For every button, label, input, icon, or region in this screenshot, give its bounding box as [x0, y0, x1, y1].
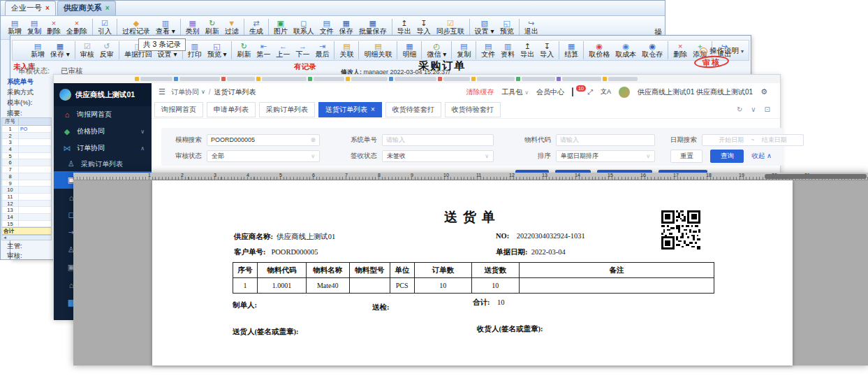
main-toolbar-button-引入[interactable]: ☑引入	[95, 19, 115, 36]
field-label-system-no[interactable]: 系统单号	[7, 78, 34, 87]
grid-row[interactable]: 11	[2, 194, 51, 201]
grid-row[interactable]: 9	[2, 180, 51, 187]
grid-row[interactable]: 10	[2, 187, 51, 194]
grid-row[interactable]: 14	[2, 214, 51, 221]
po-toolbar-button-删除[interactable]: ×删除	[670, 42, 690, 59]
po-toolbar-button-保存[interactable]: ▦保存 ▾	[47, 42, 73, 59]
clear-cache-button[interactable]: 清除缓存	[466, 87, 494, 97]
main-toolbar-button-图片[interactable]: ▣图片	[271, 19, 290, 36]
breadcrumb-parent[interactable]: 订单协同	[171, 87, 199, 97]
menu-icon[interactable]: ☰	[159, 87, 165, 96]
grid-row[interactable]: 13	[2, 207, 51, 214]
po-toolbar-button-反审[interactable]: ↺反审	[97, 42, 117, 59]
bookmark-item[interactable]	[179, 77, 220, 81]
main-toolbar-button-文件[interactable]: ▤文件	[317, 19, 337, 36]
date-range-input[interactable]: 开始日期 ~ 结束日期	[702, 134, 804, 146]
bookmark-item[interactable]	[562, 77, 601, 81]
tab-收货待签套打[interactable]: 收货待签套打	[385, 102, 441, 117]
sort-select[interactable]: 单据日期排序∨	[556, 150, 655, 162]
po-toolbar-button-上一[interactable]: ←上一	[273, 42, 293, 59]
bookmark-item[interactable]	[477, 77, 515, 81]
bookmark-item[interactable]	[522, 77, 555, 81]
sidebar-item-询报网首页[interactable]: ⌂询报网首页	[54, 106, 152, 123]
po-toolbar-button-导入[interactable]: ↧导入	[537, 42, 557, 59]
bookmark-item[interactable]	[262, 77, 307, 81]
grid-row[interactable]: 8	[2, 173, 51, 180]
po-toolbar-button-明细关联[interactable]: ▤明细关联	[361, 42, 395, 59]
main-toolbar-button-导入[interactable]: ↧导入	[414, 19, 434, 36]
main-toolbar-button-生成[interactable]: ⇄生成	[247, 19, 266, 36]
po-toolbar-button-下一[interactable]: →下一	[293, 42, 312, 59]
fuzzy-search-input[interactable]: ⊗	[207, 134, 320, 146]
order-lines-grid[interactable]: 序号 1PO23456789101112131415 合计	[1, 117, 52, 235]
po-toolbar-button-第一[interactable]: ⇤第一	[253, 42, 273, 59]
po-toolbar-button-取成本[interactable]: ◉取成本	[612, 42, 639, 59]
bookmark-item[interactable]	[140, 77, 172, 81]
grid-row[interactable]: 3	[2, 139, 51, 146]
close-icon[interactable]: ×	[371, 106, 375, 113]
po-toolbar-button-预览[interactable]: ◱预览 ▾	[205, 42, 230, 59]
audit-state-select[interactable]: 全部∨	[207, 150, 320, 162]
gear-icon[interactable]: ⚙	[760, 87, 767, 96]
main-toolbar-button-新增[interactable]: ▤新增	[5, 19, 24, 36]
po-toolbar-button-新增[interactable]: ▤新增	[28, 42, 47, 59]
translate-icon[interactable]: 文A	[601, 87, 611, 96]
system-no-input[interactable]	[382, 134, 494, 146]
main-toolbar-button-设置[interactable]: ▧设置 ▾	[472, 19, 497, 36]
po-toolbar-button-明细[interactable]: ▦明细	[399, 42, 419, 59]
bookmark-item[interactable]	[227, 77, 255, 81]
po-toolbar-button-最后[interactable]: ⇥最后	[312, 42, 332, 59]
sign-state-select[interactable]: 未签收∨	[382, 150, 494, 162]
main-toolbar-button-批量保存[interactable]: ▦批量保存	[356, 19, 390, 36]
window-tab-企业一号[interactable]: 企业一号×	[5, 1, 56, 15]
clear-input-icon[interactable]: ⊗	[310, 136, 316, 143]
po-toolbar-button-微信[interactable]: ◴微信 ▾	[424, 42, 449, 59]
bookmarks-bar[interactable]	[54, 75, 780, 83]
notification-bell-icon[interactable]: 10	[572, 88, 580, 96]
po-toolbar-button-打印[interactable]: ▥打印	[185, 42, 205, 59]
tab-送货订单列表[interactable]: 送货订单列表×	[318, 102, 382, 117]
main-toolbar-button-刷新[interactable]: ↻刷新	[203, 19, 222, 36]
main-toolbar-button-类别[interactable]: ▦类别	[183, 19, 203, 36]
main-toolbar-button-查看[interactable]: ▥查看 ▾	[153, 19, 178, 36]
grid-row[interactable]: 12	[2, 201, 51, 208]
expand-icon[interactable]: ⊡	[765, 106, 770, 113]
sidebar-item-订单协同[interactable]: ⋈订单协同∧	[54, 140, 152, 157]
main-toolbar-button-退出[interactable]: ↪退出	[522, 19, 541, 36]
grid-row[interactable]: 6	[2, 159, 51, 166]
fullscreen-icon[interactable]: ⤢	[587, 88, 593, 96]
main-toolbar-button-预览[interactable]: ◱预览	[497, 19, 517, 36]
grid-row[interactable]: 7	[2, 166, 51, 173]
tab-申请单列表[interactable]: 申请单列表	[207, 102, 256, 117]
main-toolbar-button-删除[interactable]: ×删除	[44, 19, 64, 36]
chevron-down-icon[interactable]: ∨	[751, 106, 756, 113]
collapse-link[interactable]: 收起 ∧	[751, 152, 772, 161]
po-toolbar-button-结算[interactable]: ▦结算	[561, 42, 581, 59]
refresh-icon[interactable]: ↻	[737, 106, 742, 113]
bookmark-item[interactable]	[608, 77, 638, 81]
help-button[interactable]: ? 操作说明 ▾	[700, 46, 744, 56]
po-toolbar-button-审核[interactable]: ☑审核	[78, 42, 97, 59]
grid-row[interactable]: 2	[2, 133, 51, 140]
scroll-left-icon[interactable]: ◄	[3, 236, 7, 240]
grid-row[interactable]: 1PO	[2, 126, 51, 133]
bookmark-item[interactable]	[395, 77, 436, 81]
grid-row[interactable]: 5	[2, 153, 51, 160]
window-tab-供应商关系[interactable]: 供应商关系×	[57, 1, 116, 15]
po-toolbar-button-资料[interactable]: ▥资料	[498, 42, 517, 59]
main-toolbar-button-过滤[interactable]: ▼过滤	[222, 19, 242, 36]
material-code-input[interactable]	[556, 134, 655, 146]
user-name[interactable]: 供应商线上测试01 供应商线上测试01	[638, 87, 753, 97]
query-button[interactable]: 查询	[710, 150, 744, 163]
grid-row[interactable]: 4	[2, 146, 51, 153]
sidebar-item-采购订单列表[interactable]: ♙采购订单列表	[54, 157, 152, 171]
main-toolbar-button-全删除[interactable]: ×全删除	[64, 19, 90, 36]
bookmark-item[interactable]	[351, 77, 388, 81]
grid-row[interactable]: 15	[2, 221, 51, 228]
bookmark-item[interactable]	[314, 77, 344, 81]
main-toolbar-button-同步互联[interactable]: ☑同步互联	[434, 19, 467, 36]
po-toolbar-button-导出[interactable]: ↥导出	[517, 42, 537, 59]
po-toolbar-button-取价格[interactable]: ◉取价格	[586, 42, 612, 59]
sidebar-item-价格协同[interactable]: ◆价格协同∨	[54, 123, 152, 140]
tab-采购订单列表[interactable]: 采购订单列表	[259, 102, 315, 117]
